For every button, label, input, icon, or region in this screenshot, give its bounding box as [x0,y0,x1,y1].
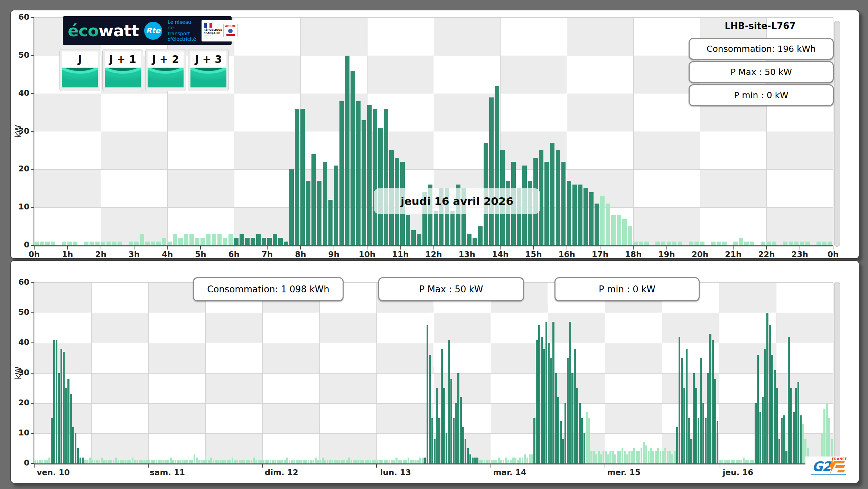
bar [206,234,211,245]
bar [245,238,250,245]
bar [341,460,343,463]
bar [395,458,398,463]
stat-text: P min : 0 kW [599,284,655,294]
bar [324,460,326,463]
bar [752,460,754,463]
bar [736,460,738,463]
bar [700,242,704,245]
bar [373,109,377,245]
bar [362,120,366,245]
bar [733,460,735,463]
bar [338,460,340,463]
x-axis-tick [34,246,35,250]
x-axis-tick [700,246,700,250]
bar [478,226,483,245]
bar [567,181,571,245]
tab-day-j[interactable]: J [59,49,100,91]
bar [622,448,624,463]
bar [345,56,349,245]
tab-day-j3[interactable]: J + 3 [188,49,229,91]
bar [70,394,72,463]
bar [533,418,535,463]
bar [795,388,797,463]
bar [243,460,245,463]
bar [536,340,538,463]
bar [99,460,101,463]
bar [660,451,662,463]
bar [179,460,181,463]
bar [816,242,821,245]
bar [267,238,272,245]
french-flag-icon [204,22,213,28]
bar [614,454,616,463]
bar [690,439,692,463]
bar [156,242,161,245]
tab-day-j1[interactable]: J + 1 [102,49,143,91]
bar [270,460,272,463]
bar [300,109,305,245]
rte-tagline-line: Le réseau [168,19,196,25]
bar [739,238,743,245]
x-axis-day-label: lun. 13 [375,468,416,477]
bar [705,418,707,463]
bar [267,460,269,463]
bar [688,418,690,463]
bar [474,458,476,463]
vertical-scrollbar[interactable] [834,21,840,247]
bar [800,415,802,463]
bar [740,460,743,463]
bar [227,460,229,463]
bar [253,458,255,463]
bar [745,460,747,463]
bar [823,409,825,463]
bar [319,460,321,463]
y-axis-tick [31,93,34,94]
bar [103,460,105,463]
tab-day-j2[interactable]: J + 2 [145,49,186,91]
bar [555,373,557,464]
bar [589,192,594,245]
y-axis-tick-label: 10 [9,202,29,211]
bar [110,460,112,463]
bar [719,460,721,463]
bar [617,451,619,463]
weekly-pmax-stat: P Max : 50 kW [378,277,524,301]
bar [151,460,153,463]
x-axis-day-label: mar. 14 [489,468,531,477]
bar [789,242,793,245]
bar [217,460,220,463]
rf-text-line: FRANÇAISE [204,32,220,35]
bar [738,460,740,463]
bar [636,451,638,463]
bar [707,373,709,464]
bar [639,242,643,245]
bar [170,458,172,463]
bar [606,204,610,245]
bar [764,349,766,463]
bar [240,234,244,245]
bar [717,242,721,245]
bar [557,397,559,463]
bar [134,242,139,245]
vertical-scrollbar[interactable] [834,282,840,463]
date-label-chip: jeudi 16 avril 2026 [374,188,540,214]
bar [500,460,502,463]
weekly-pmin-stat: P min : 0 kW [554,277,700,301]
x-axis-tick [500,246,501,250]
republique-francaise-logo: RÉPUBLIQUE FRANÇAISE [204,22,222,39]
bar [728,460,730,463]
g2e-logo-text: G2 [812,460,831,473]
bar [560,421,562,463]
y-axis-tick [31,342,34,343]
y-axis-tick [31,463,34,464]
bar [360,460,362,463]
bar [137,460,139,463]
bar [178,238,183,245]
bar [605,451,607,463]
bar [669,451,671,463]
bar [51,242,55,245]
bar [134,460,136,463]
bar [460,397,462,463]
bar [367,105,372,245]
daily-chart-panel: jeudi 16 avril 2026 écowatt Rte Le résea… [10,10,859,259]
